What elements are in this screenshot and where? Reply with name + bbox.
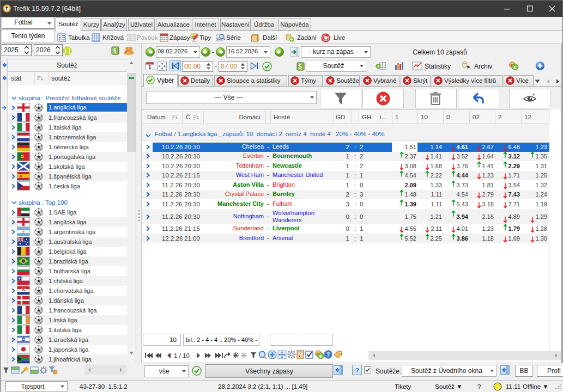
svg-text:$: $	[514, 65, 517, 70]
svg-text:?: ?	[355, 367, 359, 373]
svg-text:1: 1	[148, 64, 152, 70]
svg-text:$: $	[113, 48, 117, 54]
svg-text:✽: ✽	[2, 62, 7, 68]
svg-text:$: $	[319, 354, 322, 359]
svg-text:$: $	[299, 64, 302, 70]
svg-text:?: ?	[326, 352, 330, 358]
svg-text:✽: ✽	[2, 75, 7, 81]
